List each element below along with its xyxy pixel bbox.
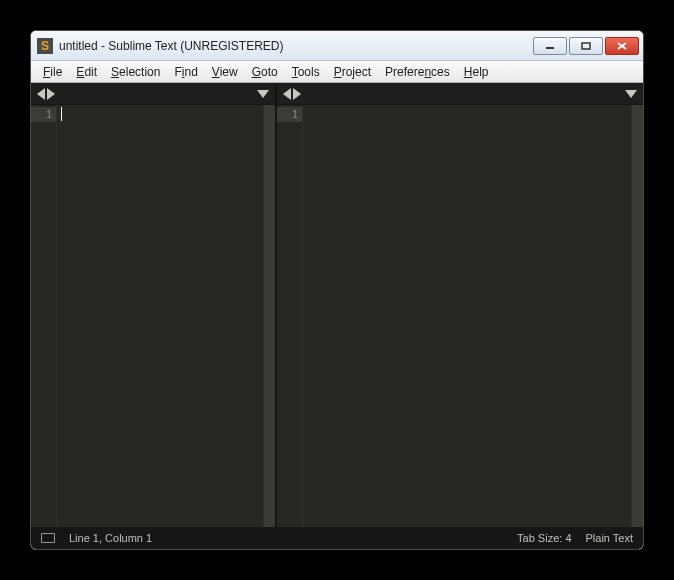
- scrollbar-left[interactable]: [263, 105, 275, 527]
- maximize-icon: [581, 42, 591, 50]
- panel-switcher-icon[interactable]: [41, 533, 55, 543]
- minimize-icon: [545, 42, 555, 50]
- menu-find[interactable]: Find: [168, 63, 203, 81]
- menu-edit[interactable]: Edit: [70, 63, 103, 81]
- tabbar-left: [31, 83, 275, 105]
- app-icon: S: [37, 38, 53, 54]
- menu-selection[interactable]: Selection: [105, 63, 166, 81]
- scrollbar-right[interactable]: [631, 105, 643, 527]
- minimize-button[interactable]: [533, 37, 567, 55]
- menu-help[interactable]: Help: [458, 63, 495, 81]
- statusbar: Line 1, Column 1 Tab Size: 4 Plain Text: [31, 527, 643, 549]
- menubar: File Edit Selection Find View Goto Tools…: [31, 61, 643, 83]
- tab-menu-icon[interactable]: [625, 90, 637, 98]
- line-number: 1: [31, 107, 56, 122]
- app-window: S untitled - Sublime Text (UNREGISTERED)…: [30, 30, 644, 550]
- menu-goto[interactable]: Goto: [246, 63, 284, 81]
- tab-next-icon[interactable]: [47, 88, 55, 100]
- menu-tools[interactable]: Tools: [286, 63, 326, 81]
- tab-prev-icon[interactable]: [283, 88, 291, 100]
- tab-next-icon[interactable]: [293, 88, 301, 100]
- menu-file[interactable]: File: [37, 63, 68, 81]
- editor-area: 1 1: [31, 83, 643, 527]
- window-controls: [533, 37, 639, 55]
- text-editor-right[interactable]: [303, 105, 631, 527]
- titlebar[interactable]: S untitled - Sublime Text (UNREGISTERED): [31, 31, 643, 61]
- pane-right: 1: [277, 83, 643, 527]
- window-title: untitled - Sublime Text (UNREGISTERED): [59, 39, 533, 53]
- pane-left: 1: [31, 83, 277, 527]
- caret: [61, 107, 62, 121]
- menu-project[interactable]: Project: [328, 63, 377, 81]
- menu-view[interactable]: View: [206, 63, 244, 81]
- status-position[interactable]: Line 1, Column 1: [69, 532, 152, 544]
- close-button[interactable]: [605, 37, 639, 55]
- close-icon: [617, 42, 627, 50]
- menu-preferences[interactable]: Preferences: [379, 63, 456, 81]
- text-editor-left[interactable]: [57, 105, 263, 527]
- gutter-left: 1: [31, 105, 57, 527]
- tab-menu-icon[interactable]: [257, 90, 269, 98]
- gutter-right: 1: [277, 105, 303, 527]
- svg-rect-1: [582, 43, 590, 49]
- maximize-button[interactable]: [569, 37, 603, 55]
- tab-prev-icon[interactable]: [37, 88, 45, 100]
- status-tab-size[interactable]: Tab Size: 4: [517, 532, 571, 544]
- line-number: 1: [277, 107, 302, 122]
- tabbar-right: [277, 83, 643, 105]
- status-syntax[interactable]: Plain Text: [586, 532, 634, 544]
